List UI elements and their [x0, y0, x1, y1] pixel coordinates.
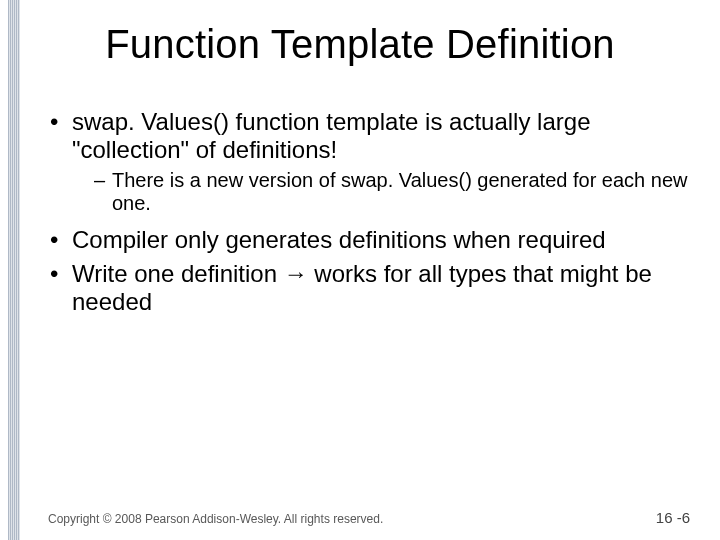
sub-bullet-list: There is a new version of swap. Values()… [72, 169, 688, 216]
list-item: swap. Values() function template is actu… [48, 108, 688, 216]
bullet-text: Compiler only generates definitions when… [72, 226, 606, 253]
slide-body: swap. Values() function template is actu… [48, 108, 688, 323]
slide-title: Function Template Definition [0, 22, 720, 67]
list-item: There is a new version of swap. Values()… [94, 169, 688, 216]
list-item: Write one definition → works for all typ… [48, 260, 688, 317]
bullet-text: swap. Values() function template is actu… [72, 108, 590, 163]
bullet-list: swap. Values() function template is actu… [48, 108, 688, 317]
copyright-text: Copyright © 2008 Pearson Addison-Wesley.… [48, 512, 383, 526]
bullet-text: There is a new version of swap. Values()… [112, 169, 688, 215]
arrow-icon: → [284, 260, 308, 287]
list-item: Compiler only generates definitions when… [48, 226, 688, 254]
page-number: 16 -6 [656, 509, 690, 526]
decorative-stripe [8, 0, 20, 540]
bullet-text: Write one definition [72, 260, 284, 287]
slide: Function Template Definition swap. Value… [0, 0, 720, 540]
